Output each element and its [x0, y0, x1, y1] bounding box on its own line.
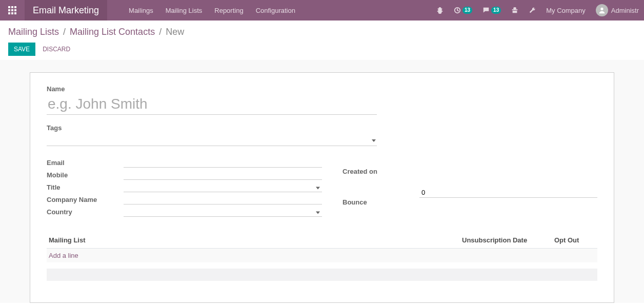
chat-icon — [482, 7, 490, 14]
col-opt-out[interactable]: Opt Out — [554, 236, 595, 244]
svg-rect-8 — [14, 12, 16, 14]
messages-badge: 13 — [491, 7, 501, 14]
title-area: Name — [47, 85, 377, 115]
svg-rect-7 — [11, 12, 13, 14]
breadcrumb-current: New — [166, 27, 184, 37]
col-unsub-date[interactable]: Unsubscription Date — [462, 236, 554, 244]
right-group: Created on Bounce — [322, 156, 597, 218]
title-field[interactable] — [124, 182, 322, 192]
left-group: Email Mobile Title Company Name — [47, 156, 322, 218]
menu-reporting[interactable]: Reporting — [208, 0, 249, 21]
messages-button[interactable]: 13 — [477, 0, 506, 21]
company-label: Company Name — [47, 193, 124, 206]
main-navbar: Email Marketing Mailings Mailing Lists R… — [0, 0, 644, 21]
bug-icon — [436, 7, 444, 14]
field-groups: Email Mobile Title Company Name — [47, 156, 597, 218]
svg-rect-3 — [8, 9, 10, 11]
control-panel: Mailing Lists / Mailing List Contacts / … — [0, 21, 644, 60]
svg-rect-2 — [14, 6, 16, 8]
app-brand[interactable]: Email Marketing — [25, 0, 107, 21]
apps-icon — [8, 6, 16, 14]
list-footer — [47, 269, 597, 281]
svg-rect-4 — [11, 9, 13, 11]
breadcrumb: Mailing Lists / Mailing List Contacts / … — [8, 27, 636, 37]
breadcrumb-sep: / — [155, 27, 166, 37]
bounce-label: Bounce — [343, 187, 419, 218]
svg-rect-0 — [8, 6, 10, 8]
name-label: Name — [47, 85, 377, 93]
systray: 13 13 My Company Administr — [431, 0, 644, 21]
country-label: Country — [47, 206, 124, 218]
bounce-field[interactable] — [419, 188, 597, 198]
breadcrumb-sep: / — [59, 27, 70, 37]
activities-badge: 13 — [462, 7, 472, 14]
save-button[interactable]: SAVE — [8, 43, 35, 56]
debug-button[interactable] — [431, 0, 449, 21]
top-menu: Mailings Mailing Lists Reporting Configu… — [123, 0, 301, 21]
list-body: Add a line — [47, 249, 597, 262]
chevron-down-icon — [372, 136, 376, 144]
discard-button[interactable]: DISCARD — [37, 43, 75, 56]
gift-button[interactable] — [506, 0, 524, 21]
svg-rect-6 — [8, 12, 10, 14]
breadcrumb-mid[interactable]: Mailing List Contacts — [70, 27, 155, 37]
gift-icon — [511, 7, 518, 14]
title-label: Title — [47, 181, 124, 193]
form-sheet-bg: Name Tags Email Mobile Title — [0, 60, 644, 303]
svg-point-10 — [600, 8, 603, 10]
user-menu[interactable]: Administr — [591, 0, 644, 21]
subscription-list: Mailing List Unsubscription Date Opt Out… — [47, 232, 597, 281]
avatar-icon — [596, 4, 608, 16]
mobile-field[interactable] — [124, 170, 322, 180]
email-label: Email — [47, 156, 124, 169]
list-header: Mailing List Unsubscription Date Opt Out — [47, 232, 597, 249]
email-field[interactable] — [124, 157, 322, 168]
created-label: Created on — [343, 156, 419, 187]
tags-area: Tags — [47, 124, 377, 146]
wrench-icon — [529, 7, 536, 14]
menu-configuration[interactable]: Configuration — [250, 0, 301, 21]
list-row: Add a line — [47, 249, 597, 262]
country-field[interactable] — [124, 207, 322, 217]
apps-menu-button[interactable] — [0, 0, 25, 21]
breadcrumb-root[interactable]: Mailing Lists — [8, 27, 59, 37]
mobile-label: Mobile — [47, 169, 124, 181]
control-buttons: SAVE DISCARD — [8, 43, 636, 56]
activities-button[interactable]: 13 — [449, 0, 477, 21]
tags-field[interactable] — [47, 135, 377, 146]
clock-icon — [454, 7, 461, 14]
form-sheet: Name Tags Email Mobile Title — [30, 72, 614, 303]
svg-rect-1 — [11, 6, 13, 8]
menu-mailing-lists[interactable]: Mailing Lists — [159, 0, 209, 21]
user-name: Administr — [611, 7, 639, 14]
tags-label: Tags — [47, 124, 377, 132]
menu-mailings[interactable]: Mailings — [123, 0, 159, 21]
col-mailing-list[interactable]: Mailing List — [49, 236, 462, 244]
company-switcher[interactable]: My Company — [541, 0, 591, 21]
dev-tools-button[interactable] — [524, 0, 541, 21]
name-field[interactable] — [47, 94, 377, 115]
add-line-link[interactable]: Add a line — [49, 252, 595, 259]
svg-rect-5 — [14, 9, 16, 11]
company-field[interactable] — [124, 194, 322, 204]
